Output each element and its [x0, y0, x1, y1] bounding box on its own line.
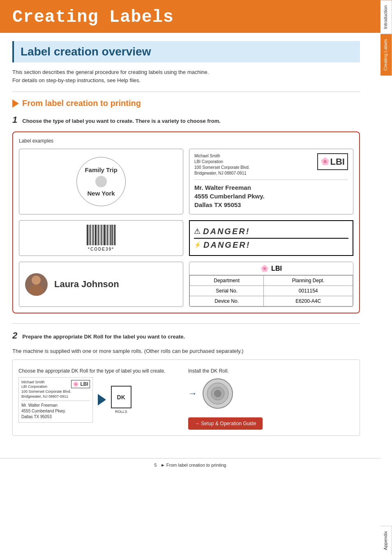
step-2: 2 Prepare the appropriate DK Roll for th…	[12, 330, 360, 436]
cd-inner-circle	[95, 176, 107, 187]
step-2-subtext: The machine is supplied with one or more…	[12, 347, 360, 355]
step-2-box: Choose the appropriate DK Roll for the t…	[12, 359, 360, 436]
tab-creating-labels[interactable]: Creating Labels	[380, 34, 392, 76]
danger-top-row: ⚠ DANGER!	[194, 227, 348, 239]
danger-warning-icon: ⚠	[194, 227, 201, 236]
photo-name-text: Laura Johnson	[54, 279, 119, 290]
cd-text-bottom: New York	[88, 190, 115, 197]
address-label: Michael Smith LBI Corporation 100 Somers…	[189, 149, 353, 214]
address-large-text: Mr. Walter Freeman 4555 Cumberland Pkwy.…	[194, 183, 348, 209]
tab-appendix[interactable]: Appendix	[380, 526, 392, 555]
table-row: Serial No. 0011154	[190, 286, 353, 296]
table-row: Device No. E6200-A4C	[190, 296, 353, 306]
cd-label: Family Trip New York	[19, 149, 183, 214]
svg-point-1	[29, 285, 44, 296]
step-2-columns: Choose the appropriate DK Roll for the t…	[18, 368, 354, 430]
subsection-title: From label creation to printing	[12, 99, 360, 108]
main-content: Label creation overview This section des…	[0, 33, 380, 454]
table-cell-device-label: Device No.	[190, 296, 264, 306]
photo-avatar	[25, 273, 48, 296]
svg-point-5	[214, 390, 221, 397]
page-footer: 5 ► From label creation to printing	[0, 458, 380, 472]
triangle-icon	[12, 99, 19, 108]
barcode-label: *CODE39*	[19, 220, 183, 256]
table-cell-device-value: E6200-A4C	[264, 296, 353, 306]
step2-roll-section: →	[188, 377, 234, 410]
step2-flow-arrow	[98, 394, 106, 405]
photo-name-label: Laura Johnson	[19, 262, 183, 307]
label-examples-box: Label examples Family Trip New York Mich…	[12, 131, 360, 313]
step2-address-mini-top: Michael Smith LBI Corporation 100 Somers…	[21, 380, 90, 401]
table-cell-dept-label: Department	[190, 276, 264, 286]
table-cell-dept-value: Planning Dept.	[264, 276, 353, 286]
danger-text-top: DANGER!	[203, 227, 250, 236]
install-arrow-icon: →	[188, 388, 197, 399]
address-label-top: Michael Smith LBI Corporation 100 Somers…	[194, 153, 348, 180]
step-2-text: Prepare the appropriate DK Roll for the …	[22, 334, 185, 340]
divider-2	[12, 323, 360, 324]
step2-left-content: Michael Smith LBI Corporation 100 Somers…	[18, 377, 184, 423]
footer-page-number: 5	[154, 463, 157, 467]
step-2-number: 2	[12, 330, 17, 341]
table-cell-serial-label: Serial No.	[190, 286, 264, 296]
step2-right-col: Install the DK Roll. →	[188, 368, 354, 430]
page-header: Creating Labels	[0, 0, 392, 33]
dk-roll-svg	[201, 377, 234, 410]
step-1-header: 1 Choose the type of label you want to c…	[12, 115, 360, 128]
danger-label: ⚠ DANGER! ⚡ DANGER!	[189, 220, 353, 256]
mini-lbi-logo: 🌸 LBI	[71, 380, 90, 389]
step2-address-mini: Michael Smith LBI Corporation 100 Somers…	[18, 377, 93, 423]
barcode-code-text: *CODE39*	[88, 247, 114, 251]
section-title: Label creation overview	[12, 41, 360, 62]
table-lbi-flower: 🌸	[261, 265, 269, 272]
table-data: Department Planning Dept. Serial No. 001…	[189, 275, 353, 306]
label-examples-title: Label examples	[19, 138, 353, 144]
label-grid: Family Trip New York Michael Smith LBI C…	[19, 149, 353, 307]
danger-bottom-row: ⚡ DANGER!	[194, 240, 348, 250]
table-label-header: 🌸 LBI	[189, 262, 353, 275]
dk-box-icon: DK ROLLS	[111, 386, 131, 414]
arrow-right-icon	[98, 394, 106, 405]
cd-circle: Family Trip New York	[76, 157, 126, 206]
step-1-number: 1	[12, 115, 17, 125]
danger-symbol: ⚡	[194, 242, 201, 248]
lbi-logo: 🌸 LBI	[317, 153, 348, 170]
footer-nav-text: ► From label creation to printing	[161, 463, 226, 467]
cd-text-top: Family Trip	[85, 166, 117, 173]
svg-point-0	[32, 276, 41, 285]
setup-guide-button[interactable]: → Setup & Operation Guide	[188, 417, 263, 430]
step2-left-col: Choose the appropriate DK Roll for the t…	[18, 368, 184, 430]
step-1-text: Choose the type of label you want to cre…	[22, 118, 221, 124]
table-row: Department Planning Dept.	[190, 276, 353, 286]
step2-right-col-title: Install the DK Roll.	[188, 368, 354, 374]
barcode-bars	[87, 225, 115, 245]
danger-text-bottom: DANGER!	[203, 240, 250, 250]
table-label: 🌸 LBI Department Planning Dept. Serial N…	[189, 262, 353, 307]
address-small-text: Michael Smith LBI Corporation 100 Somers…	[194, 153, 250, 176]
page-title: Creating Labels	[12, 7, 380, 27]
person-icon	[25, 273, 48, 296]
section-description: This section describes the general proce…	[12, 68, 360, 84]
table-cell-serial-value: 0011154	[264, 286, 353, 296]
step-1: 1 Choose the type of label you want to c…	[12, 115, 360, 313]
lbi-flower-icon: 🌸	[321, 156, 330, 167]
step2-left-col-title: Choose the appropriate DK Roll for the t…	[18, 368, 184, 374]
dk-box-rect: DK	[111, 386, 131, 408]
divider-1	[12, 92, 360, 92]
step2-right-content: → → Setup & Operation Guide	[188, 377, 354, 430]
tab-introduction[interactable]: Introduction	[380, 0, 392, 34]
right-sidebar-tabs: Introduction Creating Labels Appendix	[380, 0, 392, 555]
step-2-header: 2 Prepare the appropriate DK Roll for th…	[12, 330, 360, 344]
